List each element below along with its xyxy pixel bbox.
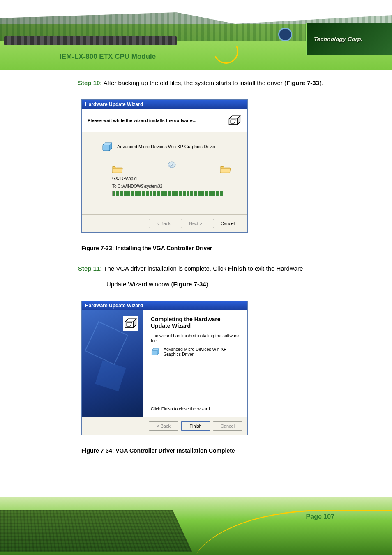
wizard2-big-title: Completing the Hardware Update Wizard: [151, 316, 240, 329]
back-button[interactable]: < Back: [149, 421, 178, 431]
folder-source-icon: [112, 164, 123, 173]
banner-chip-strip: [4, 36, 177, 45]
next-button[interactable]: Next >: [181, 219, 210, 228]
progress-bar: [112, 191, 224, 196]
folder-dest-icon: [220, 164, 231, 173]
wizard-titlebar: Hardware Update Wizard: [82, 100, 247, 109]
cancel-button[interactable]: Cancel: [213, 421, 242, 431]
step-11-text-b: to exit the Hardware: [246, 265, 303, 272]
bottom-board-decor: [0, 510, 192, 552]
step-10-text-b: ).: [319, 79, 323, 86]
page-number: Page 107: [306, 513, 334, 520]
driver-cube-icon: [101, 141, 112, 152]
step-11-text-a: The VGA driver installation is complete.…: [102, 265, 228, 272]
wizard-body: Advanced Micro Devices Win XP Graphics D…: [82, 132, 247, 214]
step-10-figref: Figure 7-33: [286, 79, 319, 86]
cancel-button[interactable]: Cancel: [213, 219, 242, 228]
driver-cube-icon: [151, 346, 159, 357]
wizard2-titlebar: Hardware Update Wizard: [82, 301, 247, 310]
sidebar-decor: [95, 360, 126, 391]
figure-caption-33: Figure 7-33: Installing the VGA Controll…: [81, 245, 363, 251]
step-11-label: Step 11:: [78, 265, 102, 272]
wizard-installing: Hardware Update Wizard Please wait while…: [81, 99, 248, 233]
wizard2-close-text: Click Finish to close the wizard.: [151, 406, 240, 411]
wizard-footer: < Back Next > Cancel: [82, 214, 247, 232]
copy-row: [101, 164, 235, 173]
top-banner: Technology Corp. IEM-LX-800 ETX CPU Modu…: [0, 0, 392, 70]
back-button[interactable]: < Back: [149, 219, 178, 228]
driver-row: Advanced Micro Devices Win XP Graphics D…: [101, 141, 235, 152]
step-10-text-a: After backing up the old files, the syst…: [102, 79, 286, 86]
corner-plate: Technology Corp.: [306, 23, 392, 55]
wizard2-split: Completing the Hardware Update Wizard Th…: [82, 310, 247, 417]
bottom-banner: Page 107: [0, 497, 392, 555]
corp-text: Technology Corp.: [314, 36, 363, 42]
sidebar-decor: [85, 321, 128, 365]
wizard2-mainpane: Completing the Hardware Update Wizard Th…: [143, 310, 247, 417]
wizard2-subtext: The wizard has finished installing the s…: [151, 333, 240, 343]
step-11-finish: Finish: [228, 265, 246, 272]
bottom-curve-decor: [191, 510, 392, 555]
wizard-complete: Hardware Update Wizard Completing the Ha…: [81, 301, 248, 435]
wizard2-footer: < Back Finish Cancel: [82, 417, 247, 435]
file-name: GX3DPApp.dll: [112, 176, 235, 181]
wizard2-driver-row: Advanced Micro Devices Win XP Graphics D…: [151, 346, 240, 357]
wizard-header-text: Please wait while the wizard installs th…: [88, 118, 196, 123]
finish-button[interactable]: Finish: [181, 421, 210, 431]
banner-dot: [279, 29, 291, 40]
file-dest: To C:\WINDOWS\system32: [112, 184, 235, 189]
step-11-figref: Figure 7-34: [173, 281, 206, 288]
hardware-box-icon: [227, 113, 242, 128]
driver-name: Advanced Micro Devices Win XP Graphics D…: [117, 144, 216, 149]
step-10-label: Step 10:: [78, 79, 102, 86]
wizard2-driver-name: Advanced Micro Devices Win XP Graphics D…: [164, 347, 240, 357]
wizard-header: Please wait while the wizard installs th…: [82, 109, 247, 132]
disc-icon: [168, 161, 176, 169]
hardware-box-icon: [123, 316, 138, 331]
step-11: Step 11: The VGA driver installation is …: [78, 264, 363, 289]
wizard2-sidebar: [82, 310, 143, 417]
page-title: IEM-LX-800 ETX CPU Module: [60, 53, 156, 61]
page-content: Step 10: After backing up the old files,…: [0, 70, 392, 454]
step-11-line2: Update Wizard window (Figure 7-34).: [106, 279, 363, 289]
figure-caption-34: Figure 7-34: VGA Controller Driver Insta…: [81, 447, 363, 454]
step-10: Step 10: After backing up the old files,…: [78, 78, 363, 88]
